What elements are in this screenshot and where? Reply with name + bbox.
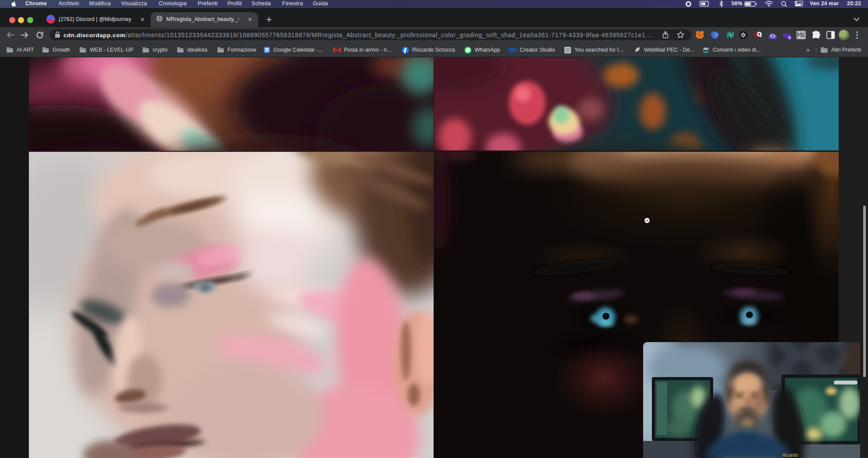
svg-text:31: 31 xyxy=(265,49,269,52)
svg-text:riccardo: riccardo xyxy=(782,453,798,458)
svg-text:5: 5 xyxy=(788,36,791,40)
